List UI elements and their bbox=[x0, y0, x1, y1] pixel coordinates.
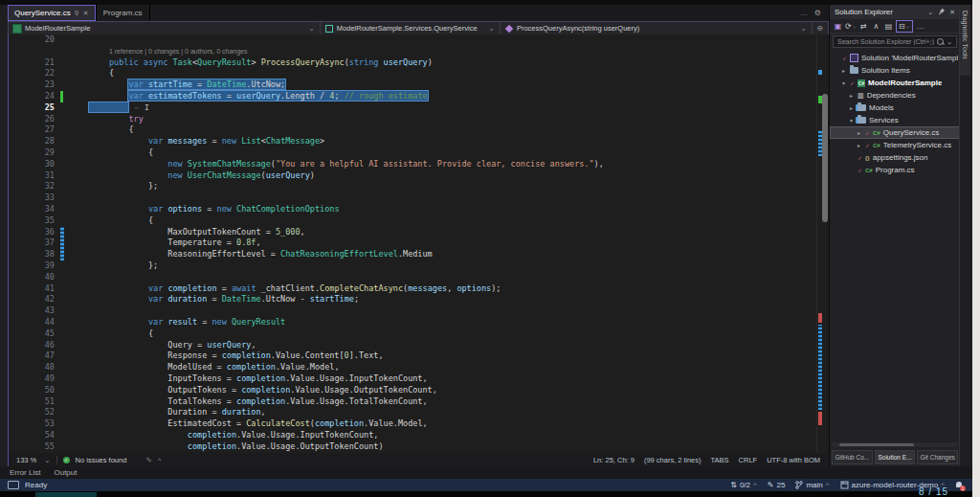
pending-changes-filter-icon[interactable]: ⟳⌄ bbox=[845, 21, 857, 32]
split-window-icon[interactable]: ⊖ bbox=[817, 24, 823, 33]
pin-icon[interactable] bbox=[937, 8, 947, 17]
line-number[interactable]: 24 bbox=[9, 91, 58, 102]
encoding[interactable]: UTF-8 with BOM bbox=[767, 456, 820, 464]
gutter-margin[interactable] bbox=[58, 204, 70, 215]
gutter-margin[interactable] bbox=[58, 385, 70, 396]
code-line[interactable]: 44 var result = new QueryResult bbox=[9, 317, 830, 328]
chevron-down-icon[interactable]: ⌄ bbox=[947, 38, 952, 46]
code-line[interactable]: 21 public async Task<QueryResult> Proces… bbox=[9, 57, 830, 69]
expander-icon[interactable]: ▸ bbox=[856, 129, 862, 136]
health-indicator-icon[interactable]: ✓ bbox=[63, 457, 70, 463]
code-line[interactable]: 45 { bbox=[9, 328, 830, 340]
properties-icon[interactable]: ▤ bbox=[883, 21, 894, 32]
expander-icon[interactable]: ▾ bbox=[848, 117, 855, 124]
code-line[interactable]: 29 { bbox=[9, 147, 830, 159]
line-number[interactable]: 27 bbox=[9, 124, 58, 136]
gutter-margin[interactable] bbox=[58, 407, 70, 418]
code-line[interactable]: 46 Query = userQuery, bbox=[9, 340, 830, 351]
line-number[interactable]: 32 bbox=[9, 181, 58, 192]
tab-output[interactable]: Output bbox=[54, 468, 77, 477]
code-line[interactable]: 32 }; bbox=[9, 181, 830, 192]
tree-item-dependencies[interactable]: ▸▥Dependencies bbox=[830, 89, 960, 102]
gutter-margin[interactable] bbox=[58, 124, 70, 136]
gutter-margin[interactable] bbox=[58, 260, 70, 272]
line-number[interactable]: 21 bbox=[9, 57, 58, 69]
line-number[interactable]: 25 bbox=[9, 102, 58, 114]
expander-icon[interactable]: ▸ bbox=[848, 92, 855, 99]
line-number[interactable]: 54 bbox=[9, 430, 58, 441]
line-number[interactable]: 20 bbox=[9, 34, 58, 46]
line-number[interactable]: 43 bbox=[9, 305, 58, 317]
pin-icon[interactable]: ⚲ bbox=[75, 10, 79, 17]
scrollbar-thumb[interactable] bbox=[822, 94, 828, 222]
gutter-margin[interactable] bbox=[58, 68, 70, 79]
line-number[interactable]: 53 bbox=[9, 418, 58, 430]
zoom-selector[interactable]: 133 % ⌄ bbox=[16, 456, 57, 464]
gutter-margin[interactable] bbox=[58, 114, 70, 125]
line-number[interactable]: 42 bbox=[9, 294, 58, 305]
code-line[interactable]: 51 TotalTokens = completion.Value.Usage.… bbox=[9, 396, 830, 408]
gutter-margin[interactable] bbox=[58, 159, 70, 170]
code-line[interactable]: 34 var options = new ChatCompletionOptio… bbox=[9, 204, 830, 215]
code-line[interactable]: 37 Temperature = 0.8f, bbox=[9, 237, 830, 249]
gutter-margin[interactable] bbox=[58, 136, 70, 147]
chevron-down-icon[interactable]: ⌄ bbox=[481, 24, 495, 33]
tree-item-modelroutersample[interactable]: ▾✓C#ModelRouterSample bbox=[830, 77, 960, 89]
code-line[interactable]: 33 bbox=[9, 192, 830, 204]
code-line[interactable]: 47 Response = completion.Value.Content[0… bbox=[9, 350, 830, 362]
code-line[interactable]: 23 var startTime = DateTime.UtcNow; bbox=[9, 79, 830, 91]
code-line[interactable]: 42 var duration = DateTime.UtcNow - star… bbox=[9, 294, 830, 305]
line-number[interactable]: 45 bbox=[9, 328, 58, 340]
gutter-margin[interactable] bbox=[58, 418, 70, 430]
gutter-margin[interactable] bbox=[58, 102, 70, 114]
code-line[interactable]: 39 }; bbox=[9, 260, 830, 272]
gutter-margin[interactable] bbox=[58, 396, 70, 408]
tool-tab-solution-e[interactable]: Solution E... bbox=[875, 450, 916, 464]
code-line[interactable]: 52 Duration = duration, bbox=[9, 407, 830, 418]
settings-gear-icon[interactable]: ⚙ bbox=[814, 9, 821, 17]
scrollbar-thumb[interactable] bbox=[839, 443, 914, 446]
tree-item-appsettings-json[interactable]: ✓{}appsettings.json bbox=[830, 151, 960, 164]
chevron-down-icon[interactable]: ⌄ bbox=[301, 24, 315, 33]
line-number[interactable]: 29 bbox=[9, 147, 58, 159]
gutter-margin[interactable] bbox=[58, 305, 70, 317]
code-line[interactable]: 28 var messages = new List<ChatMessage> bbox=[9, 136, 830, 147]
code-line[interactable]: 41 var completion = await _chatClient.Co… bbox=[9, 283, 830, 295]
git-sync-status[interactable]: ⇅ 0/2 ^ bbox=[730, 481, 757, 489]
line-number[interactable]: 23 bbox=[9, 79, 58, 91]
line-number[interactable]: 41 bbox=[9, 283, 58, 295]
code-line[interactable]: 49 InputTokens = completion.Value.Usage.… bbox=[9, 373, 830, 385]
tree-item-solution-items[interactable]: ▸Solution Items bbox=[830, 64, 960, 77]
gutter-margin[interactable] bbox=[58, 227, 70, 238]
breadcrumb-method[interactable]: ProcessQueryAsync(string userQuery) ⌄ bbox=[501, 22, 813, 34]
line-number[interactable]: 31 bbox=[9, 170, 58, 182]
gutter-margin[interactable] bbox=[58, 91, 70, 102]
solution-explorer-header[interactable]: Solution Explorer ⌄ ✕ bbox=[830, 5, 960, 19]
gutter-margin[interactable] bbox=[58, 249, 70, 260]
horizontal-scrollbar[interactable] bbox=[832, 442, 958, 447]
gutter-margin[interactable] bbox=[58, 362, 70, 373]
gutter-margin[interactable] bbox=[58, 170, 70, 182]
code-line[interactable]: 27 { bbox=[9, 124, 830, 136]
code-line[interactable]: 48 ModelUsed = completion.Value.Model, bbox=[9, 362, 830, 373]
git-branch[interactable]: main ^ bbox=[795, 481, 829, 489]
line-number[interactable]: 47 bbox=[9, 350, 58, 362]
gutter-margin[interactable] bbox=[58, 328, 70, 340]
tab-queryservice[interactable]: QueryService.cs ⚲ ✕ bbox=[8, 5, 97, 21]
gutter-margin[interactable] bbox=[58, 181, 70, 192]
line-number[interactable]: 48 bbox=[9, 362, 58, 373]
line-number[interactable]: 26 bbox=[9, 114, 58, 125]
code-line[interactable]: 38 ReasoningEffortLevel = ChatReasoningE… bbox=[9, 249, 830, 260]
close-icon[interactable]: ✕ bbox=[83, 10, 89, 17]
close-icon[interactable]: ✕ bbox=[949, 9, 955, 16]
gutter-margin[interactable] bbox=[58, 237, 70, 249]
indent-mode[interactable]: TABS bbox=[711, 456, 729, 464]
gutter-margin[interactable] bbox=[58, 147, 70, 159]
tool-tab-github-co[interactable]: GitHub Co... bbox=[832, 450, 873, 464]
tree-item-program-cs[interactable]: ✓C#Program.cs bbox=[830, 164, 960, 176]
switch-views-icon[interactable]: ▣ bbox=[833, 21, 843, 32]
breadcrumb-class[interactable]: ModelRouterSample.Services.QueryService … bbox=[321, 22, 501, 34]
line-number[interactable]: 30 bbox=[9, 159, 58, 170]
health-status[interactable]: No issues found bbox=[76, 456, 127, 464]
gutter-margin[interactable] bbox=[58, 317, 70, 328]
